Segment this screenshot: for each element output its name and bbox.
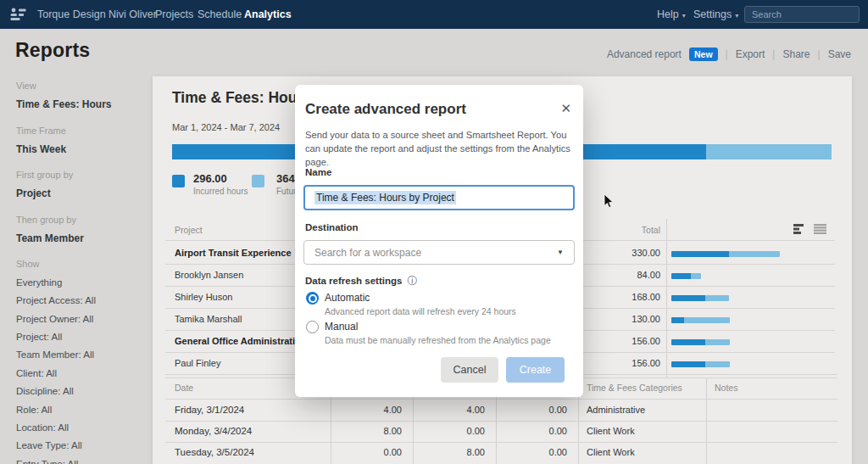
search-input[interactable] <box>744 6 860 23</box>
incurred-bar-segment <box>671 251 729 257</box>
destination-label: Destination <box>305 222 359 232</box>
detail-cell: 0.00 <box>413 426 491 436</box>
project-row-total: 84.00 <box>585 270 660 280</box>
manual-label[interactable]: Manual <box>325 321 358 333</box>
settings-menu[interactable]: Settings▾ <box>693 8 738 20</box>
project-row-name[interactable]: Shirley Huson <box>175 292 232 302</box>
automatic-description: Advanced report data will refresh every … <box>325 306 516 316</box>
first-group-by-value[interactable]: Project <box>16 187 51 199</box>
filter-client[interactable]: Client: All <box>16 368 57 378</box>
project-row-name[interactable]: General Office Administration <box>175 336 306 346</box>
new-badge: New <box>689 48 718 61</box>
project-row-total: 156.00 <box>585 336 660 346</box>
create-button[interactable]: Create <box>506 357 565 383</box>
filter-project[interactable]: Project: All <box>16 332 62 342</box>
bar-chart-view-icon[interactable] <box>793 222 806 238</box>
close-icon[interactable]: ✕ <box>560 101 571 116</box>
nav-item-nivi-oliver[interactable]: Nivi Oliver <box>108 8 157 20</box>
detail-cell: 8.00 <box>413 447 491 457</box>
save-link[interactable]: Save <box>828 48 851 60</box>
chevron-down-icon: ▾ <box>682 12 686 20</box>
future-bar-segment <box>705 361 730 367</box>
header-actions: Advanced report New | Export | Share | S… <box>607 47 851 62</box>
resource-management-logo-icon[interactable] <box>10 7 26 25</box>
report-name-value: Time & Fees: Hours by Project <box>314 191 456 204</box>
divider: | <box>772 48 775 60</box>
help-menu[interactable]: Help▾ <box>657 8 686 20</box>
detail-row-date: Tuesday, 3/5/2024 <box>175 447 254 457</box>
detail-cell: 0.00 <box>496 405 573 415</box>
incurred-bar-segment <box>671 295 705 301</box>
project-row-name[interactable]: Airport Transit Experience <box>175 248 292 258</box>
filter-team-member[interactable]: Team Member: All <box>16 349 94 360</box>
project-row-bar <box>671 361 730 367</box>
filter-role[interactable]: Role: All <box>16 405 52 415</box>
share-link[interactable]: Share <box>782 48 810 60</box>
table-view-icon[interactable] <box>814 222 826 238</box>
future-bar-segment <box>705 295 729 301</box>
project-row-bar <box>671 251 780 257</box>
modal-title: Create advanced report <box>305 101 466 118</box>
project-row-total: 330.00 <box>585 248 660 258</box>
report-name-input[interactable]: Time & Fees: Hours by Project <box>303 185 575 210</box>
incurred-bar-segment <box>671 361 705 367</box>
divider <box>165 442 837 443</box>
workspace-select[interactable]: Search for a workspace ▼ <box>303 240 575 265</box>
cancel-button[interactable]: Cancel <box>441 357 498 383</box>
settings-label: Settings <box>693 8 732 20</box>
chevron-down-icon: ▾ <box>735 12 738 20</box>
export-link[interactable]: Export <box>736 48 765 60</box>
future-bar-segment <box>691 273 701 279</box>
then-group-by-value[interactable]: Team Member <box>16 232 84 244</box>
time-frame-label: Time Frame <box>16 126 66 136</box>
nav-item-torque-design[interactable]: Torque Design <box>37 8 106 20</box>
automatic-label[interactable]: Automatic <box>325 292 370 304</box>
categories-column-header[interactable]: Time & Fees Categories <box>587 383 682 393</box>
report-settings-sidebar: View Time & Fees: Hours Time Frame This … <box>0 71 153 464</box>
automatic-radio[interactable] <box>306 292 319 305</box>
project-row-name[interactable]: Paul Finley <box>175 358 220 368</box>
filter-everything[interactable]: Everything <box>16 277 62 288</box>
future-legend-swatch <box>252 175 264 187</box>
project-column-header[interactable]: Project <box>175 225 203 235</box>
date-column-header[interactable]: Date <box>175 383 193 393</box>
detail-row-date: Friday, 3/1/2024 <box>175 405 244 415</box>
future-bar-segment <box>684 317 730 323</box>
nav-item-analytics[interactable]: Analytics <box>244 8 292 20</box>
project-row-bar <box>671 295 729 301</box>
filter-discipline[interactable]: Discipline: All <box>16 386 74 396</box>
project-row-bar <box>671 339 730 345</box>
manual-radio[interactable] <box>306 321 319 333</box>
advanced-report-link[interactable]: Advanced report <box>607 48 682 60</box>
info-icon[interactable]: ⓘ <box>407 274 417 288</box>
nav-item-schedule[interactable]: Schedule <box>198 8 242 20</box>
notes-column-header[interactable]: Notes <box>715 383 737 393</box>
modal-description: Send your data to a source sheet and Sma… <box>305 128 572 169</box>
project-row-name[interactable]: Brooklyn Jansen <box>175 270 243 280</box>
first-group-by-label: First group by <box>16 170 73 180</box>
nav-item-projects[interactable]: Projects <box>155 8 193 20</box>
app-screen: Torque Design Nivi Oliver Projects Sched… <box>0 0 868 464</box>
total-column-header[interactable]: Total <box>585 225 660 235</box>
detail-cell: 0.00 <box>496 447 573 457</box>
filter-project-owner[interactable]: Project Owner: All <box>16 314 93 324</box>
future-hours-bar <box>706 144 832 159</box>
future-bar-segment <box>729 251 780 257</box>
detail-cell: 0.00 <box>331 447 408 457</box>
incurred-hours-label: Incurred hours <box>193 187 248 196</box>
filter-leave-type[interactable]: Leave Type: All <box>16 440 82 450</box>
show-label: Show <box>16 259 40 269</box>
then-group-by-label: Then group by <box>16 215 76 225</box>
detail-category-cell: Client Work <box>587 426 635 436</box>
time-frame-value[interactable]: This Week <box>16 143 66 155</box>
filter-entry-type[interactable]: Entry Type: All <box>16 459 78 464</box>
filter-location[interactable]: Location: All <box>16 422 69 433</box>
project-row-name[interactable]: Tamika Marshall <box>175 314 242 324</box>
view-value[interactable]: Time & Fees: Hours <box>16 98 111 110</box>
filter-project-access[interactable]: Project Access: All <box>16 295 96 305</box>
incurred-hours-value: 296.00 <box>193 172 227 185</box>
report-title: Time & Fees: Hours <box>172 89 311 107</box>
dropdown-caret-icon: ▼ <box>557 249 564 256</box>
project-row-total: 156.00 <box>585 358 660 368</box>
project-row-total: 130.00 <box>585 314 660 324</box>
